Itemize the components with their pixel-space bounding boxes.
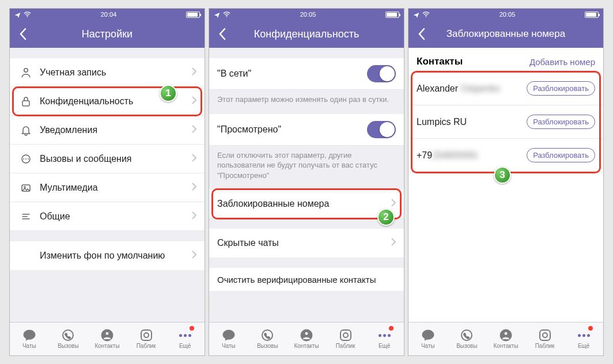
tab-calls[interactable]: Вызовы: [248, 323, 287, 355]
row-label: Скрытые чаты: [217, 238, 391, 248]
wifi-icon: [223, 12, 230, 17]
contact-name: +79334800491: [417, 150, 478, 161]
airplane-icon: [14, 12, 21, 18]
setting-desc: Этот параметр можно изменять один раз в …: [209, 90, 404, 114]
chevron-right-icon: [192, 96, 196, 107]
phone-icon: [60, 329, 75, 342]
row-calls-messages[interactable]: Вызовы и сообщения: [10, 145, 205, 173]
svg-rect-9: [141, 330, 152, 340]
chat-icon: [421, 329, 436, 342]
settings-extra: Изменить фон по умолчанию: [10, 241, 205, 270]
setting-label: "В сети": [217, 69, 251, 79]
public-icon: [139, 329, 154, 342]
chevron-right-icon: [192, 125, 196, 135]
page-title: Заблокированные номера: [413, 28, 599, 40]
svg-point-1: [24, 68, 28, 71]
tab-chats[interactable]: Чаты: [408, 323, 448, 355]
blocked-contact-row: Alexander Ostpenko Разблокировать: [408, 72, 603, 105]
svg-point-12: [262, 330, 273, 340]
toggle-online[interactable]: [367, 65, 396, 82]
navbar: Конфиденциальность: [209, 20, 404, 48]
navbar: Заблокированные номера: [408, 20, 603, 48]
three-screens: 20:04 Настройки Учетная запись Конфиденц…: [0, 0, 613, 364]
notification-dot: [588, 326, 593, 331]
tab-chats[interactable]: Чаты: [209, 323, 248, 355]
tabbar: Чаты Вызовы Контакты Паблик Ещё: [408, 322, 603, 355]
lines-icon: [18, 211, 34, 222]
svg-point-17: [426, 16, 427, 17]
row-label: Вызовы и сообщения: [40, 154, 192, 164]
svg-point-18: [461, 330, 472, 340]
phone-settings: 20:04 Настройки Учетная запись Конфиденц…: [9, 8, 205, 356]
content: "В сети" Этот параметр можно изменять од…: [209, 48, 404, 322]
section-title: Контакты: [417, 56, 463, 67]
unblock-button[interactable]: Разблокировать: [527, 115, 595, 129]
contact-name: Alexander Ostpenko: [417, 84, 500, 94]
tab-contacts[interactable]: Контакты: [287, 323, 326, 355]
svg-point-16: [343, 333, 348, 338]
more-icon: [177, 329, 192, 342]
unblock-button[interactable]: Разблокировать: [527, 81, 595, 96]
row-blocked-numbers[interactable]: Заблокированные номера: [209, 189, 404, 218]
row-multimedia[interactable]: Мультимедиа: [10, 173, 205, 202]
chevron-right-icon: [192, 154, 196, 164]
row-label: Мультимедиа: [40, 183, 192, 193]
step-badge-3: 3: [494, 166, 511, 184]
more-icon: [576, 329, 591, 342]
tab-more[interactable]: Ещё: [564, 323, 603, 355]
chevron-right-icon: [192, 183, 196, 193]
airplane-icon: [413, 12, 419, 18]
tab-public[interactable]: Паблик: [525, 323, 565, 355]
row-label: Общие: [40, 211, 192, 222]
svg-rect-2: [22, 101, 29, 106]
public-icon: [538, 329, 553, 342]
more-icon: [377, 329, 392, 342]
row-label: Учетная запись: [40, 67, 192, 78]
chevron-right-icon: [192, 251, 196, 261]
row-hidden-chats[interactable]: Скрытые чаты: [209, 229, 404, 257]
notification-dot: [190, 326, 194, 331]
row-clear-verified[interactable]: Очистить верифицированные контакты: [209, 268, 404, 291]
row-label: Уведомления: [40, 125, 192, 135]
tab-public[interactable]: Паблик: [326, 323, 365, 355]
setting-label: "Просмотрено": [217, 124, 281, 135]
status-time: 20:04: [101, 11, 117, 18]
tab-contacts[interactable]: Контакты: [88, 323, 127, 355]
message-icon: [18, 153, 34, 165]
svg-point-22: [543, 333, 547, 338]
row-change-wallpaper[interactable]: Изменить фон по умолчанию: [10, 241, 205, 270]
lock-icon: [18, 96, 34, 107]
tab-calls[interactable]: Вызовы: [448, 323, 487, 355]
chevron-right-icon: [391, 238, 396, 248]
svg-rect-15: [340, 330, 351, 340]
status-bar: 20:05: [408, 9, 603, 20]
contact-name: Lumpics RU: [417, 117, 467, 127]
row-account[interactable]: Учетная запись: [10, 58, 205, 87]
unblock-button[interactable]: Разблокировать: [527, 148, 595, 162]
status-bar: 20:05: [209, 9, 404, 20]
svg-point-0: [27, 16, 28, 17]
row-notifications[interactable]: Уведомления: [10, 116, 205, 145]
settings-list: Учетная запись Конфиденциальность Уведом…: [10, 58, 205, 231]
status-time: 20:05: [500, 11, 516, 18]
svg-point-14: [305, 332, 308, 335]
tab-public[interactable]: Паблик: [127, 323, 166, 355]
tab-more[interactable]: Ещё: [165, 323, 205, 355]
section-header: Контакты Добавить номер: [408, 48, 603, 72]
contacts-icon: [299, 329, 314, 342]
row-general[interactable]: Общие: [10, 202, 205, 231]
setting-online: "В сети": [209, 58, 404, 90]
page-title: Конфиденциальность: [214, 28, 399, 40]
content: Контакты Добавить номер Alexander Ostpen…: [408, 48, 603, 322]
tab-calls[interactable]: Вызовы: [49, 323, 88, 355]
add-number-link[interactable]: Добавить номер: [529, 57, 595, 67]
tab-more[interactable]: Ещё: [365, 323, 404, 355]
status-bar: 20:04: [10, 9, 205, 20]
chat-icon: [221, 329, 236, 342]
tab-contacts[interactable]: Контакты: [486, 323, 525, 355]
toggle-seen[interactable]: [367, 121, 396, 138]
row-label: Заблокированные номера: [217, 199, 391, 209]
chevron-right-icon: [391, 199, 396, 209]
tab-chats[interactable]: Чаты: [10, 323, 49, 355]
svg-point-10: [144, 333, 149, 338]
